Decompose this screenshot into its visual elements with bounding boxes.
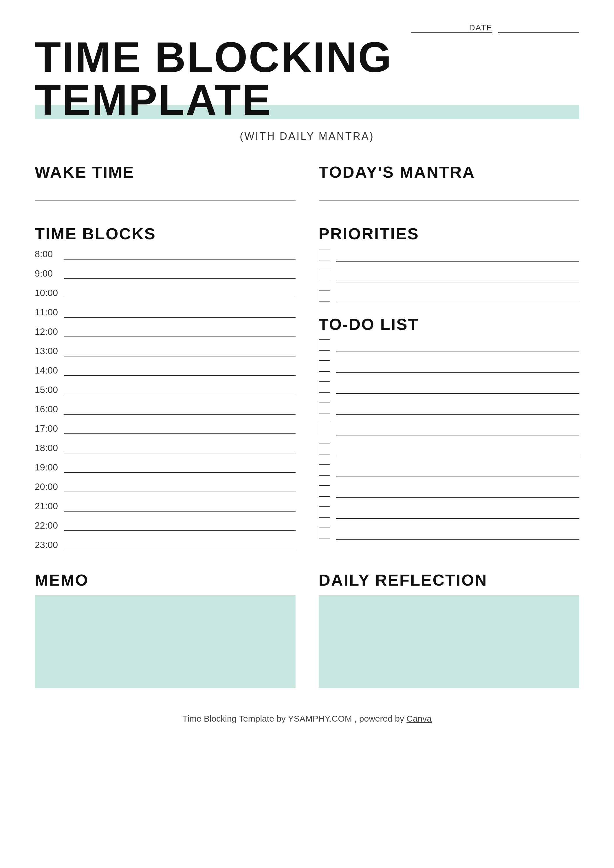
todo-checkbox-1[interactable] [319, 339, 330, 351]
time-line-1500[interactable] [64, 385, 295, 395]
todo-checkbox-7[interactable] [319, 464, 330, 476]
priority-row-2 [319, 270, 580, 282]
memo-col: MEMO [35, 570, 295, 688]
priority-checkbox-1[interactable] [319, 249, 330, 260]
todo-row-5 [319, 423, 580, 436]
reflection-area[interactable] [319, 595, 580, 688]
time-row: 11:00 [35, 307, 295, 318]
wake-time-field[interactable] [35, 187, 295, 201]
priority-checkbox-3[interactable] [319, 290, 330, 302]
time-line-2200[interactable] [64, 521, 295, 531]
time-row: 17:00 [35, 423, 295, 434]
todo-row-9 [319, 506, 580, 519]
footer: Time Blocking Template by YSAMPHY.COM , … [35, 705, 579, 724]
time-line-1000[interactable] [64, 288, 295, 298]
time-label-2000: 20:00 [35, 482, 64, 492]
time-row: 16:00 [35, 404, 295, 415]
todo-checkbox-6[interactable] [319, 443, 330, 455]
time-row: 9:00 [35, 268, 295, 279]
todo-row-6 [319, 443, 580, 456]
memo-area[interactable] [35, 595, 295, 688]
todo-line-2[interactable] [336, 363, 580, 373]
time-row: 15:00 [35, 384, 295, 395]
time-row: 19:00 [35, 462, 295, 473]
todo-row-8 [319, 485, 580, 498]
memo-reflection-section: MEMO DAILY REFLECTION [35, 570, 579, 688]
time-line-1400[interactable] [64, 366, 295, 376]
footer-text: Time Blocking Template by YSAMPHY.COM , … [182, 714, 404, 723]
time-label-1800: 18:00 [35, 443, 64, 453]
time-row: 12:00 [35, 326, 295, 337]
todays-mantra-label: TODAY'S MANTRA [319, 163, 580, 181]
priority-row-1 [319, 249, 580, 262]
todo-checkbox-8[interactable] [319, 485, 330, 497]
priority-line-1[interactable] [336, 251, 580, 262]
mantra-field[interactable] [319, 187, 580, 201]
right-col: PRIORITIES TO-DO LIST [319, 224, 580, 559]
time-label-1000: 10:00 [35, 288, 64, 298]
time-label-2100: 21:00 [35, 501, 64, 512]
todo-checkbox-9[interactable] [319, 506, 330, 518]
time-blocks-label: TIME BLOCKS [35, 224, 295, 243]
time-line-900[interactable] [64, 268, 295, 279]
todo-line-7[interactable] [336, 467, 580, 477]
footer-link[interactable]: Canva [406, 714, 432, 723]
todo-checkbox-5[interactable] [319, 423, 330, 434]
time-row: 21:00 [35, 501, 295, 512]
time-label-1500: 15:00 [35, 384, 64, 395]
time-label-1300: 13:00 [35, 346, 64, 356]
wake-mantra-section: WAKE TIME TODAY'S MANTRA [35, 163, 579, 207]
todo-line-8[interactable] [336, 488, 580, 498]
todo-checkbox-2[interactable] [319, 360, 330, 372]
time-row: 18:00 [35, 443, 295, 453]
priority-line-3[interactable] [336, 293, 580, 303]
time-line-2300[interactable] [64, 540, 295, 550]
wake-col: WAKE TIME [35, 163, 295, 207]
time-row: 8:00 [35, 249, 295, 260]
priorities-label: PRIORITIES [319, 224, 580, 243]
main-content: TIME BLOCKS 8:00 9:00 10:00 11:00 12:00 … [35, 224, 579, 559]
time-line-2000[interactable] [64, 482, 295, 492]
priority-checkbox-2[interactable] [319, 270, 330, 281]
todo-line-5[interactable] [336, 425, 580, 436]
time-row: 10:00 [35, 288, 295, 298]
time-row: 22:00 [35, 520, 295, 531]
time-label-2200: 22:00 [35, 520, 64, 531]
memo-label: MEMO [35, 570, 295, 589]
time-row: 20:00 [35, 482, 295, 492]
wake-time-label: WAKE TIME [35, 163, 295, 181]
time-line-1200[interactable] [64, 327, 295, 337]
time-line-1800[interactable] [64, 443, 295, 453]
time-label-900: 9:00 [35, 268, 64, 279]
todo-checkbox-3[interactable] [319, 381, 330, 393]
todo-line-3[interactable] [336, 383, 580, 394]
time-line-1900[interactable] [64, 462, 295, 473]
main-title: TIME BLOCKING TEMPLATE [35, 36, 579, 121]
time-line-1300[interactable] [64, 346, 295, 356]
time-line-1100[interactable] [64, 307, 295, 318]
time-label-2300: 23:00 [35, 539, 64, 550]
todo-row-1 [319, 339, 580, 352]
todo-line-10[interactable] [336, 529, 580, 539]
todo-line-6[interactable] [336, 446, 580, 456]
time-line-1600[interactable] [64, 404, 295, 415]
time-line-800[interactable] [64, 249, 295, 260]
time-label-800: 8:00 [35, 249, 64, 260]
time-label-1600: 16:00 [35, 404, 64, 415]
todo-checkbox-4[interactable] [319, 402, 330, 414]
priority-row-3 [319, 290, 580, 303]
time-label-1400: 14:00 [35, 365, 64, 376]
todo-line-1[interactable] [336, 342, 580, 352]
todo-line-9[interactable] [336, 508, 580, 519]
priority-line-2[interactable] [336, 272, 580, 282]
todo-row-7 [319, 464, 580, 477]
priorities-section: PRIORITIES [319, 224, 580, 303]
todo-line-4[interactable] [336, 404, 580, 415]
subtitle: (WITH DAILY MANTRA) [35, 130, 579, 143]
time-line-1700[interactable] [64, 423, 295, 434]
todo-checkbox-10[interactable] [319, 527, 330, 538]
reflection-label: DAILY REFLECTION [319, 570, 580, 589]
time-row: 23:00 [35, 539, 295, 550]
time-label-1100: 11:00 [35, 307, 64, 318]
time-line-2100[interactable] [64, 501, 295, 512]
